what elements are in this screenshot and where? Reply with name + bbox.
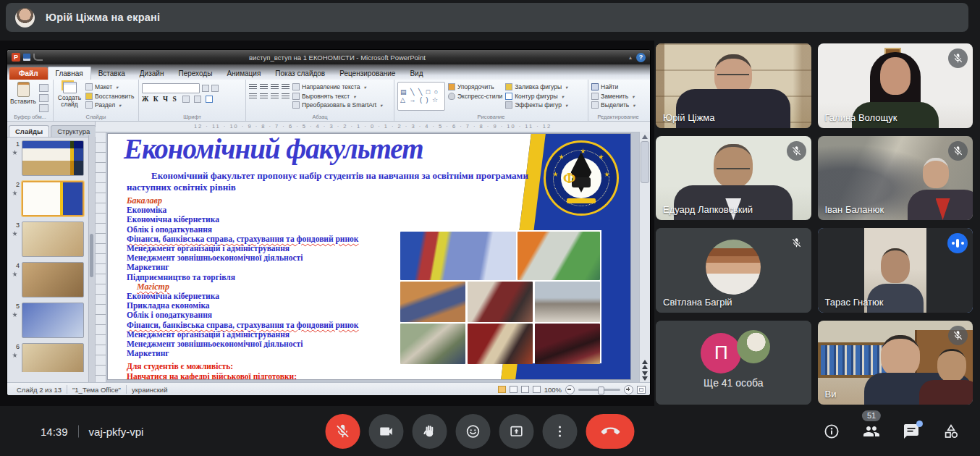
powerpoint-window: P виступ_вступ на 1 ЕКОНОМІСТИ - Microso… (7, 50, 650, 395)
smartart-button: Преобразовать в SmartArt (292, 101, 382, 109)
faculty-emblem: Ф (544, 140, 619, 216)
zoom-in-icon (624, 385, 633, 394)
control-bar: 14:39 vaj-pkfy-vpi 51 (0, 406, 980, 456)
paragraph-icons (249, 82, 290, 100)
leave-call-button[interactable] (586, 414, 635, 449)
shape-effects-button: Эффекты фигур (505, 101, 567, 109)
meeting-code: vaj-pkfy-vpi (89, 425, 144, 437)
present-button[interactable] (499, 414, 534, 449)
tab-transitions: Переходы (171, 67, 219, 80)
minimize-ribbon-icon: ▴ (629, 54, 632, 61)
ribbon-tabs: Файл Главная Вставка Дизайн Переходы Ани… (7, 64, 650, 80)
sorter-view-icon (510, 386, 518, 393)
undo-icon (33, 54, 43, 61)
animation-star-icon (12, 312, 17, 317)
slide-thumbnail-4: 4 (9, 262, 88, 297)
mic-off-icon (948, 48, 968, 68)
clipboard-minis (39, 82, 48, 112)
participant-tile[interactable]: Галина Волощук (818, 43, 973, 128)
participant-tile[interactable]: Едуард Лапковський (656, 136, 811, 221)
slide-thumbnail-2-selected: 2 (9, 181, 88, 216)
slideshow-view-icon (533, 386, 541, 393)
slide-counter: Слайд 2 из 13 (12, 386, 67, 394)
slide-thumbnail-6: 6 (9, 343, 88, 372)
shape-outline-button: Контур фигуры (505, 93, 567, 100)
powerpoint-statusbar: Слайд 2 из 13 "1_Тема Office" украинский… (7, 382, 650, 395)
chat-button[interactable] (903, 423, 920, 440)
text-direction-button: Направление текста (292, 83, 382, 90)
tab-review: Рецензирование (332, 67, 402, 80)
participant-tile[interactable]: Юрій Ціжма (656, 43, 811, 128)
animation-star-icon (12, 271, 17, 276)
clock: 14:39 (41, 425, 68, 437)
avatar-letter: П (701, 333, 741, 373)
font-style-buttons: Ж К Ч S (142, 96, 178, 103)
more-participants-label: Ще 41 особа (656, 377, 811, 389)
participant-tile[interactable]: Іван Баланюк (818, 136, 973, 221)
tab-animations: Анимация (219, 67, 268, 80)
divider (78, 425, 79, 437)
quick-styles-button: Экспресс-стили (448, 93, 502, 100)
section-button: Раздел (85, 101, 134, 109)
slide-scrollbar (639, 132, 650, 382)
pane-scrollbar (88, 135, 95, 382)
slide-canvas: Ф Економічний факультет Економічний факу… (108, 134, 630, 379)
meet-app: Юрій Ціжма на екрані P виступ_вступ на 1… (0, 0, 980, 456)
presenter-avatar (15, 8, 35, 28)
clipboard-icon (17, 82, 30, 97)
tab-design: Дизайн (132, 67, 172, 80)
presenter-banner-label: Юрій Ціжма на екрані (46, 12, 160, 23)
slides-pane: Слайды Структура 1 2 (7, 122, 96, 382)
camera-button[interactable] (369, 414, 404, 449)
screen-share-video: P виступ_вступ на 1 ЕКОНОМІСТИ - Microso… (0, 41, 654, 406)
more-participants-tile[interactable]: П Ще 41 особа (656, 321, 811, 405)
mic-button-muted[interactable] (326, 414, 360, 449)
meeting-details-button[interactable] (823, 423, 840, 440)
participant-grid: Юрій Ціжма Галина Волощук Едуард Лапковс… (656, 41, 977, 406)
participant-tile[interactable]: Світлана Багрій (656, 228, 811, 313)
font-group: Ж К Ч S Шрифт (139, 80, 246, 121)
find-button: Найти (591, 83, 635, 90)
font-name-box (142, 83, 200, 93)
raise-hand-button[interactable] (413, 414, 447, 449)
arrange-button: Упорядочить (448, 83, 502, 90)
reactions-button[interactable] (456, 414, 491, 449)
normal-view-icon (498, 386, 506, 393)
tab-home: Главная (48, 67, 91, 80)
more-options-button[interactable] (543, 414, 578, 449)
clipboard-group: Вставить Буфер обм... (7, 80, 54, 121)
theme-name: "1_Тема Office" (67, 386, 126, 394)
tab-view: Вид (402, 67, 430, 80)
mic-off-icon (787, 141, 806, 161)
mic-off-icon (948, 141, 968, 161)
avatar (706, 240, 761, 295)
new-slide-icon (63, 82, 77, 93)
drawing-group: ▤ ╲ ╲ □ ○ △ → ( ) ☆ Упорядочить Экспресс… (394, 80, 588, 121)
participant-count-badge: 51 (862, 410, 881, 421)
font-size-icon (202, 85, 209, 92)
presenter-banner: Юрій Ціжма на екрані (6, 3, 968, 32)
slide-thumbnail-1: 1 (9, 140, 88, 176)
participant-tile-speaking[interactable]: Тарас Гнатюк (818, 228, 973, 313)
chat-notification-dot (916, 421, 923, 427)
speaking-indicator-icon (947, 233, 968, 253)
fit-to-window-icon (637, 386, 646, 394)
shape-fill-button: Заливка фигуры (505, 83, 567, 90)
bachelor-label: Бакалавр (127, 196, 536, 206)
window-title: виступ_вступ на 1 ЕКОНОМІСТИ - Microsoft… (46, 54, 629, 62)
animation-star-icon (12, 150, 17, 155)
animation-star-icon (12, 352, 17, 358)
self-view-tile[interactable]: Ви (818, 321, 973, 405)
editing-group: Найти Заменить Выделить Редактирование (588, 80, 648, 121)
replace-button: Заменить (591, 93, 635, 100)
tab-slideshow: Показ слайдов (268, 67, 332, 80)
activities-button[interactable] (942, 423, 960, 440)
reading-view-icon (521, 386, 529, 393)
pane-tab-slides: Слайды (9, 125, 49, 137)
zoom-slider (578, 389, 620, 391)
paste-button: Вставить (10, 82, 36, 105)
reset-button: Восстановить (85, 93, 134, 100)
animation-star-icon (12, 231, 17, 236)
participants-button[interactable]: 51 (863, 423, 880, 440)
select-button: Выделить (591, 101, 635, 109)
